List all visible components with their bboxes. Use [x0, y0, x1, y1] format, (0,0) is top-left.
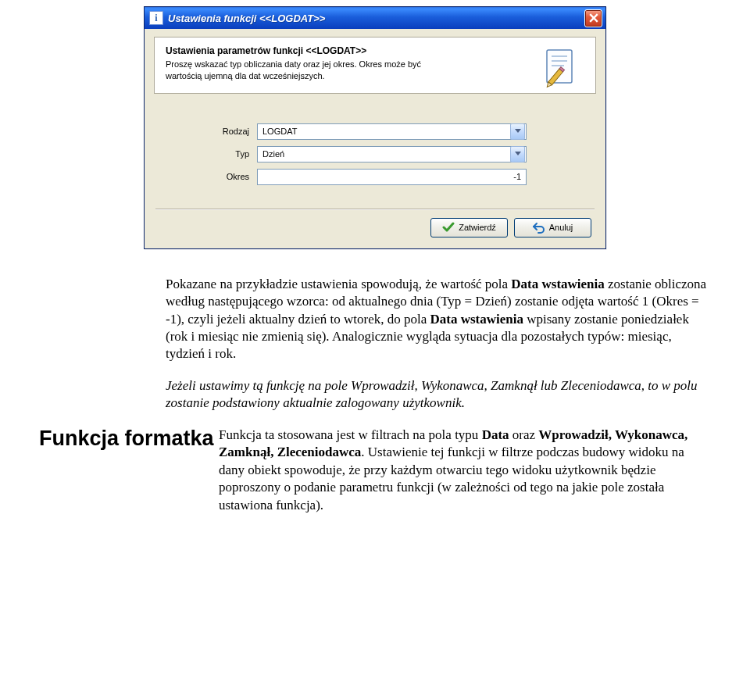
typ-value: Dzień [258, 149, 509, 159]
chevron-down-icon [515, 152, 521, 156]
check-icon [442, 221, 455, 234]
titlebar[interactable]: i Ustawienia funkcji <<LOGDAT>> [145, 7, 605, 29]
confirm-button[interactable]: Zatwierdź [430, 218, 508, 238]
doc-paragraph-2: Jeżeli ustawimy tą funkcję na pole Wprow… [166, 377, 711, 412]
okres-input[interactable] [258, 170, 526, 184]
rodzaj-dropdown-button[interactable] [510, 123, 525, 140]
chevron-down-icon [515, 129, 521, 134]
doc-paragraph-1: Pokazane na przykładzie ustawienia spowo… [166, 276, 711, 363]
settings-dialog: i Ustawienia funkcji <<LOGDAT>> Ustawien… [144, 6, 606, 249]
dialog-header-description: Proszę wskazać typ obliczania daty oraz … [166, 59, 447, 82]
svg-rect-0 [547, 50, 572, 83]
close-button[interactable] [584, 9, 602, 27]
typ-combobox[interactable]: Dzień [257, 146, 527, 162]
okres-label: Okres [165, 172, 257, 181]
app-icon: i [149, 11, 163, 25]
dialog-header-title: Ustawienia parametrów funkcji <<LOGDAT>> [166, 45, 586, 56]
form-area: Rodzaj LOGDAT Typ Dzień [154, 94, 596, 209]
rodzaj-value: LOGDAT [258, 127, 509, 136]
section-heading-formatka: Funkcja formatka [39, 427, 219, 451]
typ-dropdown-button[interactable] [510, 146, 525, 162]
document-text: Pokazane na przykładzie ustawienia spowo… [39, 276, 711, 528]
rodzaj-label: Rodzaj [165, 127, 257, 136]
window-title: Ustawienia funkcji <<LOGDAT>> [168, 12, 584, 24]
button-bar: Zatwierdź Anuluj [154, 210, 596, 241]
confirm-label: Zatwierdź [459, 223, 496, 232]
undo-icon [533, 221, 545, 234]
cancel-button[interactable]: Anuluj [514, 218, 591, 238]
rodzaj-combobox[interactable]: LOGDAT [257, 123, 527, 140]
doc-paragraph-3: Funkcja ta stosowana jest w filtrach na … [219, 427, 711, 514]
dialog-header-panel: Ustawienia parametrów funkcji <<LOGDAT>>… [154, 37, 596, 94]
close-icon [589, 13, 598, 23]
cancel-label: Anuluj [549, 223, 573, 232]
okres-field[interactable] [257, 169, 527, 185]
typ-label: Typ [165, 149, 257, 159]
document-pencil-icon [542, 48, 580, 92]
